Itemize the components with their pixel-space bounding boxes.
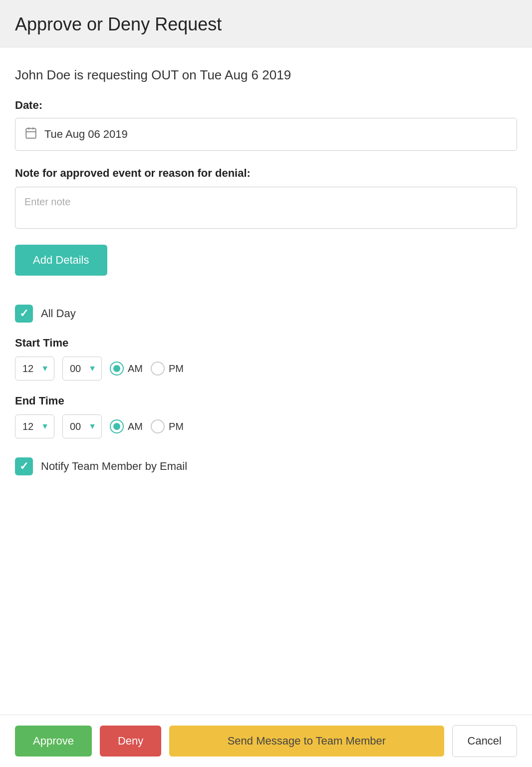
- end-am-label: AM: [128, 421, 143, 432]
- modal-body: John Doe is requesting OUT on Tue Aug 6 …: [0, 47, 532, 715]
- start-pm-label: PM: [169, 363, 184, 375]
- start-time-row: 12 1234 5678 91011 ▼ 00153045 ▼ AM: [15, 357, 517, 381]
- start-hour-select[interactable]: 12 1234 5678 91011: [15, 357, 54, 380]
- checkmark-icon: ✓: [19, 308, 28, 319]
- end-pm-label: PM: [169, 421, 184, 432]
- end-hour-select-wrapper: 12 1234 5678 91011 ▼: [15, 414, 54, 438]
- add-details-button[interactable]: Add Details: [15, 245, 107, 276]
- request-description: John Doe is requesting OUT on Tue Aug 6 …: [15, 67, 517, 83]
- note-label: Note for approved event or reason for de…: [15, 167, 517, 180]
- end-time-row: 12 1234 5678 91011 ▼ 00153045 ▼ AM: [15, 414, 517, 438]
- modal-header: Approve or Deny Request: [0, 0, 532, 47]
- notify-label: Notify Team Member by Email: [41, 460, 187, 473]
- end-ampm-group: AM PM: [110, 419, 184, 433]
- start-am-radio[interactable]: [110, 362, 124, 376]
- end-minute-select-wrapper: 00153045 ▼: [62, 414, 102, 438]
- date-label: Date:: [15, 99, 517, 112]
- all-day-checkbox[interactable]: ✓: [15, 305, 33, 323]
- modal-title: Approve or Deny Request: [15, 14, 517, 35]
- note-input[interactable]: [15, 187, 517, 229]
- notify-checkbox[interactable]: ✓: [15, 457, 33, 475]
- date-input-wrapper: Tue Aug 06 2019: [15, 118, 517, 151]
- end-pm-option[interactable]: PM: [151, 419, 184, 433]
- end-time-label: End Time: [15, 394, 517, 407]
- start-pm-radio[interactable]: [151, 362, 165, 376]
- start-time-label: Start Time: [15, 337, 517, 350]
- notify-checkmark-icon: ✓: [19, 461, 28, 472]
- start-am-option[interactable]: AM: [110, 362, 143, 376]
- end-hour-select[interactable]: 12 1234 5678 91011: [15, 415, 54, 438]
- modal-container: Approve or Deny Request John Doe is requ…: [0, 0, 532, 767]
- all-day-row: ✓ All Day: [15, 305, 517, 323]
- start-hour-select-wrapper: 12 1234 5678 91011 ▼: [15, 357, 54, 381]
- end-pm-radio[interactable]: [151, 419, 165, 433]
- modal-footer: Approve Deny Send Message to Team Member…: [0, 715, 532, 767]
- end-am-option[interactable]: AM: [110, 419, 143, 433]
- start-ampm-group: AM PM: [110, 362, 184, 376]
- start-minute-select-wrapper: 00153045 ▼: [62, 357, 102, 381]
- deny-button[interactable]: Deny: [100, 726, 161, 757]
- end-minute-select[interactable]: 00153045: [63, 415, 101, 438]
- send-message-button[interactable]: Send Message to Team Member: [169, 726, 444, 757]
- date-value: Tue Aug 06 2019: [44, 128, 128, 141]
- all-day-label: All Day: [41, 307, 76, 320]
- approve-button[interactable]: Approve: [15, 726, 92, 757]
- start-minute-select[interactable]: 00153045: [63, 357, 101, 380]
- svg-rect-0: [26, 128, 36, 138]
- notify-row: ✓ Notify Team Member by Email: [15, 457, 517, 475]
- start-pm-option[interactable]: PM: [151, 362, 184, 376]
- start-am-label: AM: [128, 363, 143, 375]
- cancel-button[interactable]: Cancel: [452, 725, 517, 757]
- calendar-icon: [24, 126, 37, 142]
- end-am-radio[interactable]: [110, 419, 124, 433]
